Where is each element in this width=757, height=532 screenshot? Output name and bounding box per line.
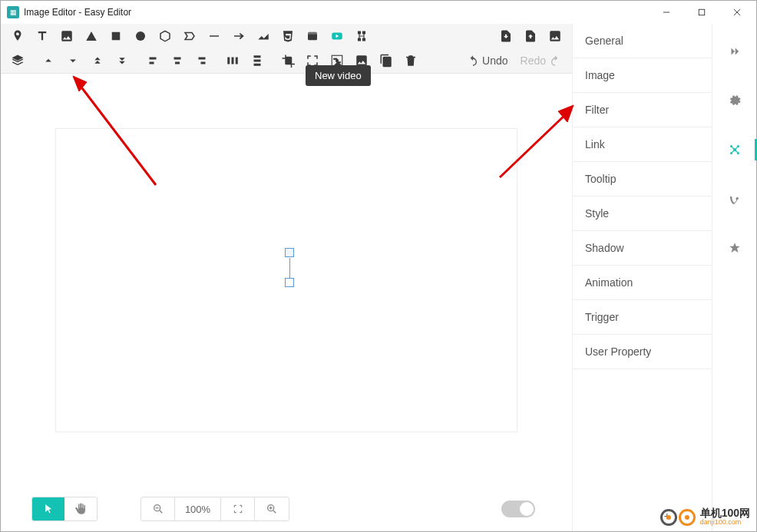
annotation-arrow-left [64,70,164,193]
minimize-button[interactable] [649,1,684,24]
zoom-percent[interactable]: 100% [175,497,221,520]
svg-rect-4 [112,32,121,41]
svg-line-24 [78,82,156,185]
footer-bar: 100% [1,487,572,531]
panel-item-style[interactable]: Style [573,197,712,231]
svg-line-21 [273,511,276,513]
distribute-v-icon[interactable] [245,48,269,73]
zoom-out-button[interactable] [141,497,175,520]
arrow-icon[interactable] [226,24,251,48]
titlebar: ▦ Image Editor - Easy Editor [1,1,756,24]
cube-icon[interactable] [153,24,177,48]
star-icon[interactable] [719,233,750,263]
hand-mode-button[interactable] [64,497,97,520]
window-title: Image Editor - Easy Editor [24,7,649,18]
redo-button[interactable]: Redo [514,48,567,73]
distribute-h-icon[interactable] [220,48,245,73]
tooltip-new-video: New video [306,65,371,86]
triangle-icon[interactable] [79,24,104,48]
polygon-icon[interactable] [177,24,202,48]
selection-handle-top[interactable] [285,248,294,257]
delete-icon[interactable] [398,48,423,73]
svg-marker-25 [73,76,87,91]
html-icon[interactable] [276,24,300,48]
marker-icon[interactable] [5,24,30,48]
right-iconbar [712,24,756,531]
zoom-group: 100% [140,497,289,521]
properties-panel: General Image Filter Link Tooltip Style … [572,24,712,531]
panel-item-shadow[interactable]: Shadow [573,231,712,266]
svg-line-18 [160,511,162,513]
expand-panel-icon[interactable] [719,36,750,67]
svg-rect-12 [236,58,238,64]
watermark-cn: 单机100网 [700,508,750,517]
panel-item-filter[interactable]: Filter [573,93,712,127]
panel-item-link[interactable]: Link [573,127,712,162]
panel-item-trigger[interactable]: Trigger [573,300,712,335]
svg-rect-10 [227,58,230,64]
undo-label: Undo [482,55,507,67]
svg-point-5 [136,31,145,41]
undo-button[interactable]: Undo [461,48,514,73]
zoom-in-button[interactable] [255,497,289,520]
node-settings-icon[interactable] [719,134,750,165]
nodes-icon[interactable] [349,24,374,48]
watermark: + 单机100网 danji100.com [660,508,750,527]
text-icon[interactable] [30,24,55,48]
main-toolbar: Undo Redo New video [1,24,572,74]
svg-rect-14 [254,60,261,62]
panel-item-user-property[interactable]: User Property [573,335,712,369]
watermark-en: danji100.com [700,517,750,527]
panel-item-image[interactable]: Image [573,58,712,93]
collapse-up-icon[interactable] [36,48,61,73]
element-icon[interactable] [300,24,325,48]
mode-group [31,497,98,521]
close-button[interactable] [719,1,755,24]
chart-icon[interactable] [251,24,276,48]
copy-icon[interactable] [374,48,398,73]
maximize-button[interactable] [684,1,719,24]
align-center-icon[interactable] [165,48,190,73]
svg-rect-15 [254,64,261,66]
circle-icon[interactable] [128,24,153,48]
svg-rect-1 [699,9,705,15]
image-icon[interactable] [55,24,79,48]
app-icon: ▦ [7,6,19,18]
svg-rect-8 [308,32,317,35]
align-right-icon[interactable] [190,48,214,73]
settings-icon[interactable] [719,85,750,116]
svg-rect-13 [254,55,261,58]
pointer-mode-button[interactable] [32,497,64,520]
selected-object[interactable] [285,278,294,287]
svg-line-26 [500,111,569,177]
vine-icon[interactable] [719,183,750,214]
upload-icon[interactable] [518,24,543,48]
selection-connector [289,258,290,278]
save-image-icon[interactable] [543,24,567,48]
zoom-fit-button[interactable] [221,497,255,520]
square-icon[interactable] [104,24,128,48]
video-icon[interactable] [325,24,349,48]
panel-item-general[interactable]: General [573,24,712,58]
watermark-logo: + [660,509,696,526]
panel-item-tooltip[interactable]: Tooltip [573,162,712,197]
line-icon[interactable] [202,24,226,48]
download-icon[interactable] [494,24,518,48]
panel-item-animation[interactable]: Animation [573,266,712,300]
svg-rect-11 [232,58,234,64]
crop-icon[interactable] [276,48,300,73]
preview-toggle[interactable] [501,501,535,517]
layers-icon[interactable] [5,48,30,73]
annotation-arrow-right [492,101,584,185]
redo-label: Redo [521,55,546,67]
